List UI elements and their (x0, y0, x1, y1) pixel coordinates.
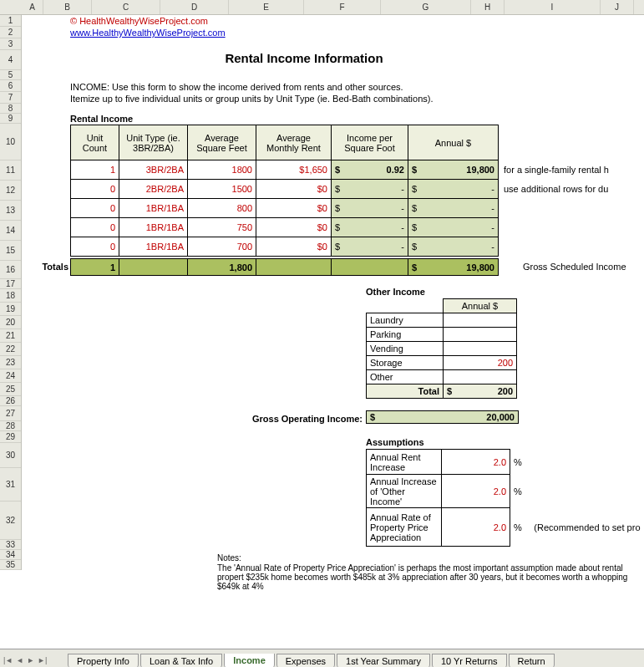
row-header-33[interactable]: 33 (0, 540, 21, 550)
sheet-tab-expenses[interactable]: Expenses (276, 654, 335, 667)
other-value[interactable] (444, 328, 517, 342)
row-header-4[interactable]: 4 (0, 50, 21, 70)
rental-row-note: use additional rows for du (499, 180, 613, 199)
rental-cell-type[interactable]: 1BR/1BA (119, 199, 188, 218)
row-header-14[interactable]: 14 (0, 221, 21, 241)
notes-text: The 'Annual Rate of Property Price Appre… (217, 563, 643, 591)
rental-cell-count[interactable]: 1 (71, 160, 119, 180)
other-value[interactable]: 200 (444, 356, 517, 370)
sheet-tab-loan-tax-info[interactable]: Loan & Tax Info (140, 654, 222, 667)
row-header-11[interactable]: 11 (0, 160, 21, 181)
rental-cell-rent[interactable]: $0 (256, 218, 332, 237)
row-header-23[interactable]: 23 (0, 356, 21, 369)
col-header-J[interactable]: J (601, 0, 634, 14)
rental-cell-type[interactable]: 3BR/2BA (119, 160, 188, 180)
col-header-A[interactable]: A (22, 0, 43, 14)
assumption-value[interactable]: 2.0 (441, 450, 510, 475)
row-header-12[interactable]: 12 (0, 181, 21, 201)
assumption-value[interactable]: 2.0 (441, 475, 510, 508)
row-header-29[interactable]: 29 (0, 431, 21, 443)
rental-cell-count[interactable]: 0 (71, 218, 119, 237)
row-header-7[interactable]: 7 (0, 92, 21, 104)
rental-cell-count[interactable]: 0 (71, 180, 119, 199)
other-value[interactable] (444, 370, 517, 384)
rental-cell-count[interactable]: 0 (71, 237, 119, 257)
totals-cell-2: 1,800 (188, 259, 256, 276)
rental-cell-sqft[interactable]: 1500 (188, 180, 256, 199)
row-header-31[interactable]: 31 (0, 468, 21, 502)
sheet-tab-return[interactable]: Return (509, 654, 555, 667)
row-header-21[interactable]: 21 (0, 329, 21, 343)
row-header-6[interactable]: 6 (0, 80, 21, 92)
row-headers: 1234567891011121314151617181920212223242… (0, 15, 22, 570)
rental-row-note (499, 237, 613, 257)
col-header-E[interactable]: E (229, 0, 304, 14)
other-label: Vending (367, 342, 444, 356)
row-header-9[interactable]: 9 (0, 114, 21, 124)
row-header-34[interactable]: 34 (0, 550, 21, 560)
row-header-32[interactable]: 32 (0, 502, 21, 540)
col-header-C[interactable]: C (92, 0, 160, 14)
col-header-G[interactable]: G (381, 0, 471, 14)
row-header-16[interactable]: 16 (0, 261, 21, 279)
row-header-35[interactable]: 35 (0, 560, 21, 570)
row-header-26[interactable]: 26 (0, 396, 21, 406)
sheet-tab-1st-year-summary[interactable]: 1st Year Summary (337, 654, 430, 667)
row-header-17[interactable]: 17 (0, 279, 21, 289)
rental-cell-type[interactable]: 2BR/2BA (119, 180, 188, 199)
row-header-1[interactable]: 1 (0, 15, 21, 27)
row-header-8[interactable]: 8 (0, 104, 21, 114)
rental-cell-annual: $- (408, 180, 499, 199)
copyright-text: © HealthWealthyWiseProject.com (70, 16, 208, 26)
row-header-22[interactable]: 22 (0, 343, 21, 356)
rental-cell-annual: $- (408, 218, 499, 237)
sheet-tab-10-yr-returns[interactable]: 10 Yr Returns (432, 654, 507, 667)
row-header-15[interactable]: 15 (0, 241, 21, 261)
col-header-B[interactable]: B (43, 0, 92, 14)
row-header-19[interactable]: 19 (0, 303, 21, 316)
row-header-24[interactable]: 24 (0, 369, 21, 383)
row-header-30[interactable]: 30 (0, 443, 21, 468)
other-value[interactable] (444, 342, 517, 356)
rental-cell-sqft[interactable]: 700 (188, 237, 256, 257)
col-header-D[interactable]: D (160, 0, 229, 14)
rental-cell-type[interactable]: 1BR/1BA (119, 218, 188, 237)
col-header-H[interactable]: H (471, 0, 505, 14)
row-header-20[interactable]: 20 (0, 316, 21, 329)
row-header-18[interactable]: 18 (0, 289, 21, 303)
rental-cell-ipsf: $- (332, 237, 408, 257)
col-header-F[interactable]: F (304, 0, 381, 14)
row-header-27[interactable]: 27 (0, 406, 21, 421)
row-header-25[interactable]: 25 (0, 383, 21, 396)
tab-last-icon[interactable]: ►| (36, 655, 48, 665)
rental-cell-rent[interactable]: $0 (256, 199, 332, 218)
col-header-I[interactable]: I (505, 0, 601, 14)
tab-prev-icon[interactable]: ◄ (14, 655, 25, 665)
rental-row-note (499, 199, 613, 218)
rental-cell-rent[interactable]: $1,650 (256, 160, 332, 180)
rental-cell-type[interactable]: 1BR/1BA (119, 237, 188, 257)
row-header-5[interactable]: 5 (0, 70, 21, 80)
row-header-28[interactable]: 28 (0, 421, 21, 431)
tab-nav-arrows[interactable]: |◄ ◄ ► ►| (2, 655, 48, 665)
tab-first-icon[interactable]: |◄ (2, 655, 14, 665)
rental-cell-rent[interactable]: $0 (256, 180, 332, 199)
rental-cell-rent[interactable]: $0 (256, 237, 332, 257)
row-header-10[interactable]: 10 (0, 124, 21, 160)
row-header-13[interactable]: 13 (0, 201, 21, 221)
website-link[interactable]: www.HealthyWealthyWiseProject.com (70, 28, 226, 38)
sheet-tab-property-info[interactable]: Property Info (68, 654, 139, 667)
rental-cell-count[interactable]: 0 (71, 199, 119, 218)
row-header-3[interactable]: 3 (0, 38, 21, 50)
rental-cell-sqft[interactable]: 750 (188, 218, 256, 237)
rental-cell-sqft[interactable]: 1800 (188, 160, 256, 180)
other-total-label: Total (367, 384, 444, 399)
row-header-2[interactable]: 2 (0, 27, 21, 38)
rental-cell-sqft[interactable]: 800 (188, 199, 256, 218)
totals-label: Totals (22, 262, 68, 272)
tab-next-icon[interactable]: ► (25, 655, 36, 665)
assumption-value[interactable]: 2.0 (441, 508, 510, 547)
other-value[interactable] (444, 313, 517, 328)
assumptions-table: Annual Rent Increase2.0%Annual Increase … (366, 449, 644, 547)
sheet-tab-income[interactable]: Income (224, 654, 275, 667)
